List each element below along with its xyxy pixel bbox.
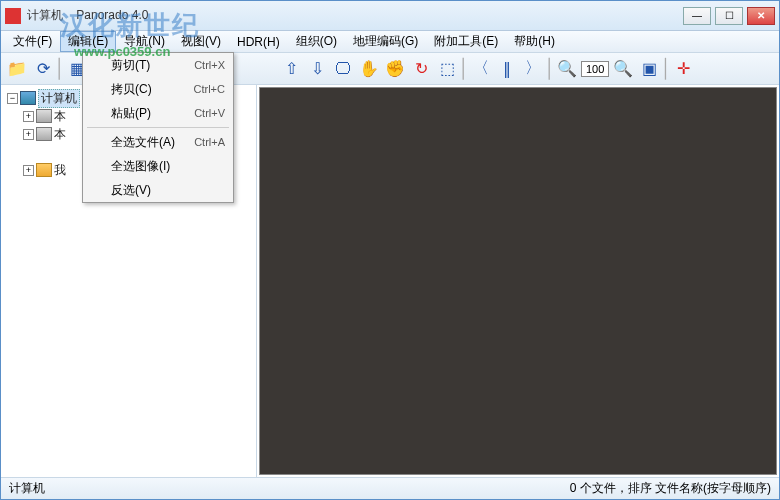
monitor-icon[interactable]: 🖵 [331,57,355,81]
menubar: 文件(F) 编辑(E) 导航(N) 视图(V) HDR(H) 组织(O) 地理编… [1,31,779,53]
menu-item-label: 粘贴(P) [111,105,194,122]
tree-collapse-icon[interactable]: − [7,93,18,104]
menu-geo[interactable]: 地理编码(G) [345,31,426,52]
tree-expand-icon[interactable]: + [23,165,34,176]
folder-icon [36,163,52,177]
drive-icon [36,127,52,141]
menu-item-shortcut: Ctrl+X [194,59,225,71]
menu-cut[interactable]: 剪切(T) Ctrl+X [83,53,233,77]
tree-label[interactable]: 我 [54,162,66,179]
zoom-value[interactable]: 100 [581,61,609,77]
menu-invert-selection[interactable]: 反选(V) [83,178,233,202]
compass-icon[interactable]: ✛ [671,57,695,81]
menu-item-label: 全选图像(I) [111,158,225,175]
refresh-icon[interactable]: ⟳ [31,57,55,81]
tree-expand-icon[interactable]: + [23,129,34,140]
pano-icon[interactable]: ⬚ [435,57,459,81]
separator-icon: │ [547,57,553,81]
next-icon[interactable]: 〉 [521,57,545,81]
menu-item-label: 反选(V) [111,182,225,199]
menu-copy[interactable]: 拷贝(C) Ctrl+C [83,77,233,101]
rotate-icon[interactable]: ↻ [409,57,433,81]
tree-label[interactable]: 本 [54,108,66,125]
menu-select-all-files[interactable]: 全选文件(A) Ctrl+A [83,130,233,154]
arrow-up-icon[interactable]: ⇧ [279,57,303,81]
zoom-out-icon[interactable]: 🔍 [555,57,579,81]
menu-item-shortcut: Ctrl+C [194,83,225,95]
menu-separator [87,127,229,128]
separator-icon: │ [461,57,467,81]
menu-nav[interactable]: 导航(N) [116,31,173,52]
separator-icon: │ [663,57,669,81]
menu-paste[interactable]: 粘贴(P) Ctrl+V [83,101,233,125]
menu-help[interactable]: 帮助(H) [506,31,563,52]
folder-up-icon[interactable]: 📁 [5,57,29,81]
menu-item-shortcut: Ctrl+V [194,107,225,119]
menu-item-label: 拷贝(C) [111,81,194,98]
menu-edit[interactable]: 编辑(E) [60,31,116,52]
close-button[interactable]: ✕ [747,7,775,25]
menu-view[interactable]: 视图(V) [173,31,229,52]
status-left: 计算机 [9,480,570,497]
pause-icon[interactable]: ‖ [495,57,519,81]
statusbar: 计算机 0 个文件，排序 文件名称(按字母顺序) [1,477,779,499]
menu-item-label: 剪切(T) [111,57,194,74]
status-right: 0 个文件，排序 文件名称(按字母顺序) [570,480,771,497]
prev-icon[interactable]: 〈 [469,57,493,81]
separator-icon: │ [57,57,63,81]
title-app: Panorado 4.0 [76,8,148,22]
maximize-button[interactable]: ☐ [715,7,743,25]
tree-label[interactable]: 本 [54,126,66,143]
titlebar: 计算机 Panorado 4.0 — ☐ ✕ [1,1,779,31]
menu-org[interactable]: 组织(O) [288,31,345,52]
menu-tools[interactable]: 附加工具(E) [426,31,506,52]
menu-item-shortcut: Ctrl+A [194,136,225,148]
computer-icon [20,91,36,105]
image-viewer[interactable] [259,87,777,475]
zoom-in-icon[interactable]: 🔍 [611,57,635,81]
title-prefix: 计算机 [27,8,63,22]
app-icon [5,8,21,24]
tree-label-root[interactable]: 计算机 [38,89,80,108]
menu-item-label: 全选文件(A) [111,134,194,151]
minimize-button[interactable]: — [683,7,711,25]
grab-icon[interactable]: ✊ [383,57,407,81]
edit-dropdown: 剪切(T) Ctrl+X 拷贝(C) Ctrl+C 粘贴(P) Ctrl+V 全… [82,52,234,203]
drive-icon [36,109,52,123]
menu-hdr[interactable]: HDR(H) [229,33,288,51]
hand-icon[interactable]: ✋ [357,57,381,81]
window-title: 计算机 Panorado 4.0 [27,7,683,24]
fit-icon[interactable]: ▣ [637,57,661,81]
window-controls: — ☐ ✕ [683,7,775,25]
arrow-down-icon[interactable]: ⇩ [305,57,329,81]
menu-select-all-images[interactable]: 全选图像(I) [83,154,233,178]
tree-expand-icon[interactable]: + [23,111,34,122]
menu-file[interactable]: 文件(F) [5,31,60,52]
